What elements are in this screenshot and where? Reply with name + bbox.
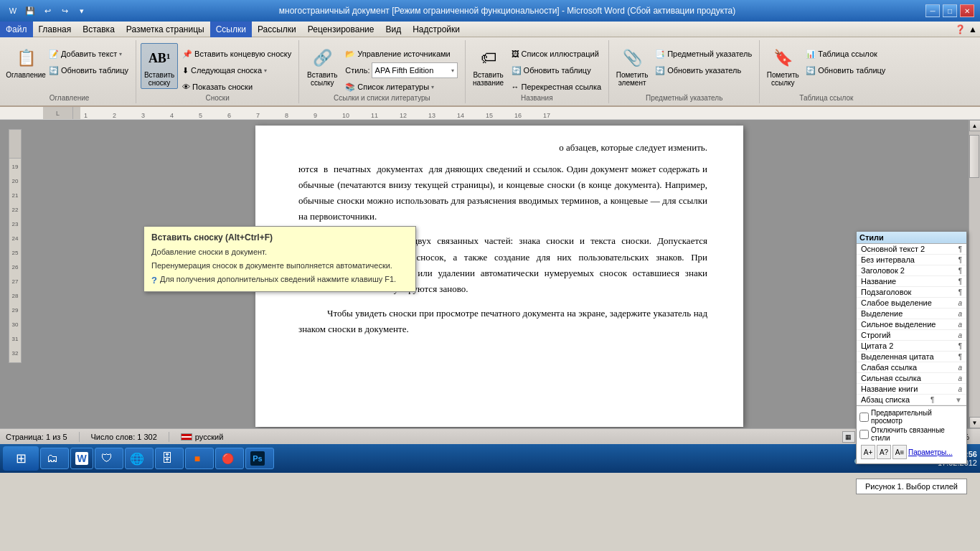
style-item-quote-2[interactable]: Цитата 2 ¶: [857, 341, 966, 352]
style-item-book-title[interactable]: Название книги a: [857, 384, 966, 395]
mark-citation-label: Пометитьссылку: [767, 71, 799, 87]
insert-endnote-btn[interactable]: 📌 Вставить концевую сноску: [179, 46, 294, 62]
menu-mailings[interactable]: Рассылки: [252, 22, 302, 37]
manage-sources-icon: 📂: [345, 50, 355, 59]
toc-btn[interactable]: 📋 Оглавление: [7, 43, 44, 81]
style-marker: ¶: [958, 278, 962, 286]
insert-endnote-icon: 📌: [182, 50, 192, 59]
taskbar-flash[interactable]: 🔴: [215, 448, 244, 469]
insert-caption-btn[interactable]: 🏷 Вставитьназвание: [470, 43, 507, 89]
style-marker: ¶: [958, 245, 962, 253]
ribbon-group-table-citations: 🔖 Пометитьссылку 📊 Таблица ссылок 🔄 Обно…: [760, 40, 892, 103]
undo-quick-btn[interactable]: ↩: [40, 4, 55, 18]
customize-quick-btn[interactable]: ▾: [75, 4, 89, 18]
mark-citation-btn[interactable]: 🔖 Пометитьссылку: [764, 43, 801, 89]
menu-layout[interactable]: Разметка страницы: [121, 22, 210, 37]
style-name: Выделение: [861, 309, 903, 318]
insert-footnote-btn[interactable]: AB¹ Вставитьсноску: [141, 43, 178, 89]
disable-linked-checkbox[interactable]: [859, 430, 869, 439]
style-select[interactable]: APA Fifth Edition ▾: [372, 62, 458, 78]
bibliography-btn[interactable]: 📚 Список литературы ▾: [342, 79, 460, 95]
taskbar-firefox[interactable]: 🌐: [125, 448, 154, 469]
menu-insert[interactable]: Вставка: [77, 22, 121, 37]
index-btn[interactable]: 📑 Предметный указатель: [652, 46, 755, 62]
status-language: русский: [195, 433, 223, 441]
style-item-strong[interactable]: Строгий a: [857, 330, 966, 341]
status-bar: Страница: 1 из 5 Число слов: 1 302 русск…: [0, 428, 980, 444]
menu-view[interactable]: Вид: [380, 22, 407, 37]
update-captions-label: Обновить таблицу: [524, 66, 591, 75]
taskbar-kaspersky[interactable]: 🛡: [95, 448, 123, 469]
menu-review[interactable]: Рецензирование: [302, 22, 380, 37]
start-button[interactable]: ⊞: [3, 446, 39, 471]
table-citations-icon: 📊: [806, 50, 816, 59]
view-print-btn[interactable]: ▦: [842, 431, 855, 443]
redo-quick-btn[interactable]: ↪: [57, 4, 72, 18]
new-style-btn[interactable]: A+: [861, 445, 875, 459]
style-item-subtle-em[interactable]: Слабое выделение a: [857, 298, 966, 309]
show-footnotes-btn[interactable]: 👁 Показать сноски: [179, 79, 294, 95]
taskbar-word[interactable]: W: [70, 448, 93, 469]
style-item-list-para[interactable]: Абзац списка ¶ ▼: [857, 395, 966, 405]
flash-icon: 🔴: [220, 451, 235, 466]
vruler-31: 31: [12, 332, 19, 347]
style-item-no-spacing[interactable]: Без интервала ¶: [857, 255, 966, 265]
style-item-heading-2[interactable]: Заголовок 2 ¶: [857, 265, 966, 276]
manage-sources-btn[interactable]: 📂 Управление источниками: [342, 46, 460, 62]
scroll-up-btn[interactable]: ▲: [969, 120, 981, 131]
menu-file[interactable]: Файл: [0, 22, 33, 37]
style-item-strong-em[interactable]: Сильное выделение a: [857, 319, 966, 330]
insert-citation-icon: 🔗: [309, 45, 335, 71]
ruler-mark-17: 17: [543, 112, 550, 119]
restore-btn[interactable]: □: [943, 4, 957, 17]
ribbon-minimize-btn[interactable]: ▲: [969, 24, 977, 34]
style-item-main-text-2[interactable]: Основной текст 2 ¶: [857, 244, 966, 255]
media-icon: ■: [190, 451, 204, 466]
taskbar-folder[interactable]: 🗄: [155, 448, 184, 469]
scroll-down-btn[interactable]: ▼: [969, 417, 981, 428]
manage-styles-btn[interactable]: A≡: [892, 445, 907, 459]
update-captions-btn[interactable]: 🔄 Обновить таблицу: [509, 62, 605, 78]
style-item-emphasis[interactable]: Выделение a: [857, 309, 966, 319]
style-name: Сильная ссылка: [861, 374, 921, 382]
disable-linked-checkbox-row: Отключить связанные стили: [859, 426, 963, 442]
vruler-25: 25: [12, 246, 19, 260]
insert-citation-btn[interactable]: 🔗 Вставитьссылку: [303, 43, 341, 89]
update-toc-btn[interactable]: 🔄 Обновить таблицу: [46, 62, 131, 78]
params-link[interactable]: Параметры...: [908, 448, 953, 456]
inspector-btn[interactable]: A?: [877, 445, 891, 459]
style-name: Заголовок 2: [861, 266, 905, 275]
style-dropdown-btn[interactable]: Стиль: APA Fifth Edition ▾: [342, 62, 460, 78]
menu-home[interactable]: Главная: [33, 22, 77, 37]
style-item-subtitle[interactable]: Подзаголовок ¶: [857, 287, 966, 298]
scroll-track[interactable]: [969, 131, 980, 417]
mark-entry-btn[interactable]: 📎 Пометитьэлемент: [613, 43, 651, 89]
table-citations-btn[interactable]: 📊 Таблица ссылок: [803, 46, 888, 62]
taskbar-media[interactable]: ■: [185, 448, 214, 469]
style-marker: a: [958, 299, 962, 307]
style-item-subtle-ref[interactable]: Слабая ссылка a: [857, 362, 966, 373]
style-item-intense-ref[interactable]: Сильная ссылка a: [857, 373, 966, 384]
cross-ref-btn[interactable]: ↔ Перекрестная ссылка: [509, 79, 605, 95]
figures-list-btn[interactable]: 🖼 Список иллюстраций: [509, 46, 605, 62]
scrollbar-vertical[interactable]: ▲ ▼: [969, 120, 980, 428]
update-table-citations-btn[interactable]: 🔄 Обновить таблицу: [803, 62, 888, 78]
minimize-btn[interactable]: ─: [925, 4, 940, 17]
menu-addins[interactable]: Надстройки: [407, 22, 466, 37]
next-footnote-btn[interactable]: ⬇ Следующая сноска ▾: [179, 62, 294, 78]
save-quick-btn[interactable]: 💾: [23, 4, 37, 18]
scroll-thumb[interactable]: [969, 135, 979, 178]
preview-checkbox[interactable]: [859, 413, 869, 422]
styles-list: Основной текст 2 ¶ Без интервала ¶ Загол…: [857, 244, 966, 405]
style-item-intense-quote[interactable]: Выделенная цитата ¶: [857, 352, 966, 362]
help-btn[interactable]: ❓: [955, 24, 966, 34]
style-item-title[interactable]: Название ¶: [857, 276, 966, 287]
title-bar-left: W 💾 ↩ ↪ ▾: [6, 4, 89, 18]
close-btn[interactable]: ✕: [960, 4, 974, 17]
add-text-btn[interactable]: 📝 Добавить текст ▾: [46, 46, 131, 62]
taskbar-explorer[interactable]: 🗂: [40, 448, 69, 469]
update-index-btn[interactable]: 🔄 Обновить указатель: [652, 62, 755, 78]
next-footnote-icon: ⬇: [182, 66, 189, 75]
taskbar-photoshop[interactable]: Ps: [245, 448, 274, 469]
menu-references[interactable]: Ссылки: [210, 22, 252, 37]
